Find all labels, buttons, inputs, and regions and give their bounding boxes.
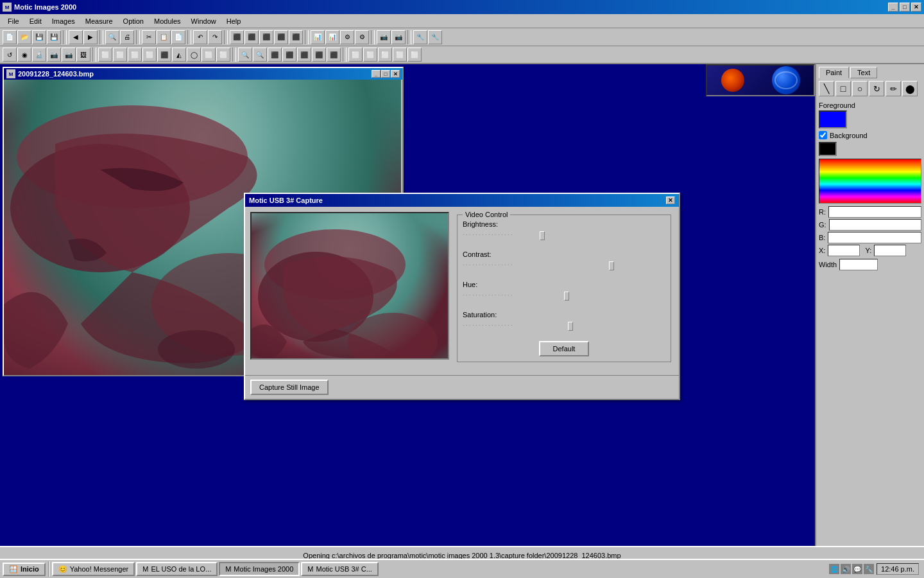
tb-save[interactable]: 💾 bbox=[32, 30, 46, 44]
tb-cut[interactable]: ✂ bbox=[142, 30, 156, 44]
image-window-icon: M bbox=[6, 69, 15, 78]
tb2-c5[interactable]: ⬛ bbox=[297, 48, 311, 62]
tb-back[interactable]: ◀ bbox=[69, 30, 83, 44]
saturation-thumb[interactable] bbox=[568, 322, 573, 331]
menu-modules[interactable]: Modules bbox=[149, 16, 186, 26]
task-capture[interactable]: M Motic USB 3# C... bbox=[301, 562, 379, 576]
tb-misc1[interactable]: 🔧 bbox=[413, 30, 427, 44]
tb2-c6[interactable]: ⬛ bbox=[312, 48, 326, 62]
tab-paint[interactable]: Paint bbox=[819, 67, 849, 78]
tb2-c3[interactable]: ⬛ bbox=[268, 48, 282, 62]
tb2-cam2[interactable]: 📷 bbox=[62, 48, 76, 62]
tb-zoom[interactable]: 🔍 bbox=[105, 30, 119, 44]
tb2-d5[interactable]: ⬜ bbox=[407, 48, 422, 62]
hue-thumb[interactable] bbox=[564, 292, 569, 301]
r-value[interactable] bbox=[828, 206, 921, 218]
tb-settings2[interactable]: ⚙ bbox=[355, 30, 369, 44]
tb2-b6[interactable]: ◭ bbox=[172, 48, 186, 62]
tb2-d1[interactable]: ⬜ bbox=[348, 48, 363, 62]
tb-misc2[interactable]: 🔧 bbox=[428, 30, 442, 44]
foreground-color-box[interactable] bbox=[819, 110, 847, 128]
start-button[interactable]: 🪟 Inicio bbox=[3, 563, 46, 576]
b-value[interactable] bbox=[828, 232, 921, 243]
tb2-b8[interactable]: ⬜ bbox=[201, 48, 216, 62]
menu-help[interactable]: Help bbox=[221, 16, 246, 26]
tb-camera[interactable]: 📷 bbox=[377, 30, 391, 44]
tb-new[interactable]: 📄 bbox=[3, 30, 17, 44]
tb2-c1[interactable]: 🔍 bbox=[238, 48, 252, 62]
tb-save2[interactable]: 💾 bbox=[47, 30, 61, 44]
tb2-micro[interactable]: 🔬 bbox=[32, 48, 46, 62]
menu-edit[interactable]: Edit bbox=[24, 16, 47, 26]
tb2-d2[interactable]: ⬜ bbox=[363, 48, 377, 62]
tb2-d3[interactable]: ⬜ bbox=[378, 48, 392, 62]
tb-img1[interactable]: ⬛ bbox=[230, 30, 244, 44]
maximize-btn[interactable]: □ bbox=[900, 3, 910, 12]
line-tool[interactable]: ╲ bbox=[819, 81, 834, 96]
g-value[interactable] bbox=[829, 219, 921, 231]
menu-measure[interactable]: Measure bbox=[80, 16, 118, 26]
fill-tool[interactable]: ⬤ bbox=[902, 81, 918, 96]
iw-minimize[interactable]: _ bbox=[372, 70, 381, 78]
tb2-c4[interactable]: ⬛ bbox=[282, 48, 296, 62]
tb-open[interactable]: 📂 bbox=[17, 30, 31, 44]
capture-still-button[interactable]: Capture Still Image bbox=[250, 380, 329, 395]
dialog-close-btn[interactable]: ✕ bbox=[666, 197, 675, 204]
width-input[interactable]: 1 bbox=[839, 259, 878, 270]
tb2-cam[interactable]: 📷 bbox=[47, 48, 61, 62]
background-color-box[interactable] bbox=[819, 142, 837, 156]
tb-img5[interactable]: ⬛ bbox=[289, 30, 303, 44]
tb2-b2[interactable]: ⬜ bbox=[113, 48, 127, 62]
task-lo[interactable]: M EL USO de la LO... bbox=[136, 562, 218, 576]
background-row: Background bbox=[819, 131, 921, 139]
contrast-thumb[interactable] bbox=[609, 261, 614, 270]
tb-cam2[interactable]: 📷 bbox=[391, 30, 406, 44]
tb2-refresh[interactable]: ↺ bbox=[3, 48, 17, 62]
tb-img4[interactable]: ⬛ bbox=[274, 30, 288, 44]
tb-settings[interactable]: ⚙ bbox=[340, 30, 354, 44]
tb-chart[interactable]: 📊 bbox=[311, 30, 325, 44]
iw-close[interactable]: ✕ bbox=[391, 70, 400, 78]
rect-tool[interactable]: □ bbox=[835, 81, 851, 96]
ellipse-tool[interactable]: ○ bbox=[852, 81, 868, 96]
tb2-c2[interactable]: 🔍 bbox=[253, 48, 267, 62]
pen-tool[interactable]: ✏ bbox=[886, 81, 901, 96]
default-button[interactable]: Default bbox=[539, 341, 590, 356]
tb2-b7[interactable]: ◯ bbox=[187, 48, 201, 62]
color-gradient[interactable] bbox=[819, 159, 921, 204]
minimize-btn[interactable]: _ bbox=[888, 3, 898, 12]
tb-undo[interactable]: ↶ bbox=[193, 30, 207, 44]
brightness-thumb[interactable] bbox=[540, 231, 545, 240]
menu-images[interactable]: Images bbox=[47, 16, 80, 26]
tb2-b5[interactable]: ⬛ bbox=[157, 48, 171, 62]
tb-paste[interactable]: 📄 bbox=[171, 30, 185, 44]
rotate-tool[interactable]: ↻ bbox=[869, 81, 884, 96]
menu-file[interactable]: File bbox=[3, 16, 24, 26]
tb2-c7[interactable]: ⬛ bbox=[327, 48, 341, 62]
tb-img2[interactable]: ⬛ bbox=[244, 30, 259, 44]
tb-copy[interactable]: 📋 bbox=[157, 30, 171, 44]
tb2-d4[interactable]: ⬜ bbox=[393, 48, 407, 62]
tb2-b9[interactable]: ⬜ bbox=[216, 48, 230, 62]
tb-redo[interactable]: ↷ bbox=[208, 30, 222, 44]
tab-text[interactable]: Text bbox=[850, 67, 877, 78]
tb2-b4[interactable]: ⬜ bbox=[142, 48, 157, 62]
menu-window[interactable]: Window bbox=[186, 16, 221, 26]
iw-maximize[interactable]: □ bbox=[381, 70, 390, 78]
background-checkbox[interactable] bbox=[819, 131, 827, 139]
tb-chart2[interactable]: 📊 bbox=[325, 30, 339, 44]
brightness-track: · · · · · · · · · · · · · · · · bbox=[463, 230, 665, 239]
tb2-dot[interactable]: ◉ bbox=[17, 48, 31, 62]
tb2-b1[interactable]: ⬜ bbox=[98, 48, 112, 62]
x-value[interactable] bbox=[828, 245, 860, 256]
task-yahoo[interactable]: 😊 Yahoo! Messenger bbox=[52, 562, 135, 576]
menu-option[interactable]: Option bbox=[118, 16, 149, 26]
task-motic[interactable]: M Motic Images 2000 bbox=[219, 562, 300, 576]
y-value[interactable] bbox=[874, 245, 906, 256]
tb-fwd[interactable]: ▶ bbox=[83, 30, 98, 44]
tb2-b3[interactable]: ⬜ bbox=[128, 48, 142, 62]
tb2-img[interactable]: 🖼 bbox=[76, 48, 90, 62]
close-btn[interactable]: ✕ bbox=[911, 3, 921, 12]
tb-print[interactable]: 🖨 bbox=[120, 30, 134, 44]
tb-img3[interactable]: ⬛ bbox=[259, 30, 273, 44]
